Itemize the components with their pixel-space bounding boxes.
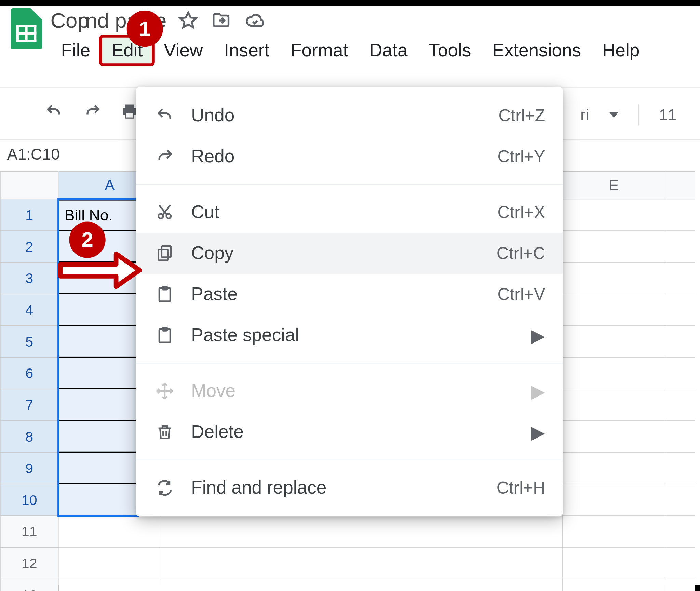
menu-item-label: Find and replace <box>191 477 481 498</box>
menu-item-delete[interactable]: Delete▶ <box>136 412 563 453</box>
cell[interactable] <box>563 263 665 294</box>
cell[interactable] <box>665 231 695 263</box>
menu-item-label: Undo <box>191 105 483 126</box>
row-header[interactable]: 6 <box>0 358 59 389</box>
chevron-down-icon[interactable] <box>609 112 618 118</box>
row-header[interactable]: 12 <box>0 548 59 579</box>
cell[interactable] <box>563 389 665 421</box>
annotation-arrow-icon <box>57 250 145 291</box>
menu-item-copy[interactable]: CopyCtrl+C <box>136 233 563 274</box>
undo-icon[interactable] <box>43 103 65 120</box>
menu-item-label: Delete <box>191 421 516 443</box>
menu-view[interactable]: View <box>153 36 213 64</box>
select-all-corner[interactable] <box>0 171 59 199</box>
undo-icon <box>153 104 176 126</box>
cell[interactable] <box>665 421 695 453</box>
row-header[interactable]: 3 <box>0 263 59 294</box>
cell[interactable] <box>665 484 695 516</box>
menu-item-paste-special[interactable]: Paste special▶ <box>136 315 563 356</box>
row-header[interactable]: 4 <box>0 294 59 326</box>
svg-point-3 <box>159 214 163 218</box>
cell[interactable] <box>665 358 695 389</box>
svg-rect-0 <box>125 105 134 109</box>
chevron-right-icon: ▶ <box>531 421 545 443</box>
menu-format[interactable]: Format <box>280 36 359 64</box>
menu-item-label: Paste <box>191 284 482 305</box>
cell[interactable] <box>59 579 161 591</box>
cell[interactable] <box>665 389 695 421</box>
cell[interactable] <box>563 516 665 548</box>
redo-icon[interactable] <box>82 103 103 120</box>
svg-rect-5 <box>162 246 171 257</box>
menu-item-paste[interactable]: PasteCtrl+V <box>136 274 563 315</box>
shortcut-label: Ctrl+Y <box>498 147 546 166</box>
row-header[interactable]: 1 <box>0 199 59 231</box>
row-header[interactable]: 5 <box>0 326 59 358</box>
menu-item-find-and-replace[interactable]: Find and replaceCtrl+H <box>136 467 563 508</box>
redo-icon <box>153 145 176 167</box>
document-title-prefix[interactable]: Cop <box>51 8 89 33</box>
cell[interactable] <box>563 294 665 326</box>
svg-point-4 <box>166 214 171 218</box>
cell[interactable] <box>59 516 161 548</box>
svg-rect-6 <box>159 250 168 260</box>
cell[interactable] <box>161 516 563 548</box>
cell[interactable] <box>161 579 563 591</box>
callout-1: 1 <box>126 11 163 47</box>
cell[interactable] <box>563 548 665 579</box>
replace-icon <box>153 476 176 499</box>
menu-help[interactable]: Help <box>592 36 650 64</box>
cell[interactable] <box>665 294 695 326</box>
cell[interactable] <box>665 453 695 484</box>
cell[interactable] <box>59 548 161 579</box>
cell[interactable] <box>563 453 665 484</box>
menu-file[interactable]: File <box>51 36 101 64</box>
row-header[interactable]: 8 <box>0 421 59 453</box>
chevron-right-icon: ▶ <box>531 324 545 346</box>
star-icon[interactable] <box>178 11 198 30</box>
menu-item-move: Move▶ <box>136 371 563 412</box>
cell[interactable] <box>563 579 665 591</box>
row-header[interactable]: 9 <box>0 453 59 484</box>
row-header[interactable]: 11 <box>0 516 59 548</box>
menu-insert[interactable]: Insert <box>213 36 280 64</box>
column-header-e[interactable]: E <box>563 171 665 199</box>
shortcut-label: Ctrl+C <box>497 244 545 263</box>
row-header[interactable]: 10 <box>0 484 59 516</box>
cut-icon <box>153 201 176 223</box>
paste-icon <box>153 283 176 305</box>
cell[interactable] <box>161 548 563 579</box>
cell[interactable] <box>665 516 695 548</box>
cell[interactable] <box>563 358 665 389</box>
name-box-input[interactable]: A1:C10 <box>7 145 60 163</box>
shortcut-label: Ctrl+Z <box>498 106 545 125</box>
menu-item-undo[interactable]: UndoCtrl+Z <box>136 95 563 136</box>
cell[interactable] <box>665 548 695 579</box>
menu-item-cut[interactable]: CutCtrl+X <box>136 192 563 233</box>
cell[interactable] <box>563 231 665 263</box>
paste-icon <box>153 324 176 347</box>
font-size-value[interactable]: 11 <box>659 106 677 124</box>
menu-item-redo[interactable]: RedoCtrl+Y <box>136 136 563 177</box>
cloud-saved-icon[interactable] <box>244 11 266 30</box>
row-header[interactable]: 7 <box>0 389 59 421</box>
cell[interactable] <box>563 484 665 516</box>
menu-item-label: Paste special <box>191 325 516 346</box>
cell[interactable] <box>563 199 665 231</box>
cell[interactable] <box>665 579 695 591</box>
font-name-fragment[interactable]: ri <box>580 106 589 124</box>
menu-data[interactable]: Data <box>359 36 418 64</box>
cell[interactable] <box>563 421 665 453</box>
menu-extensions[interactable]: Extensions <box>482 36 592 64</box>
cell[interactable] <box>665 263 695 294</box>
cell[interactable] <box>563 326 665 358</box>
trash-icon <box>153 421 176 443</box>
row-header[interactable]: 13 <box>0 579 59 591</box>
menu-item-label: Move <box>191 380 516 402</box>
row-header[interactable]: 2 <box>0 231 59 263</box>
cell[interactable] <box>665 199 695 231</box>
move-icon <box>153 380 176 402</box>
move-to-folder-icon[interactable] <box>210 11 232 30</box>
cell[interactable] <box>665 326 695 358</box>
menu-tools[interactable]: Tools <box>418 36 482 64</box>
